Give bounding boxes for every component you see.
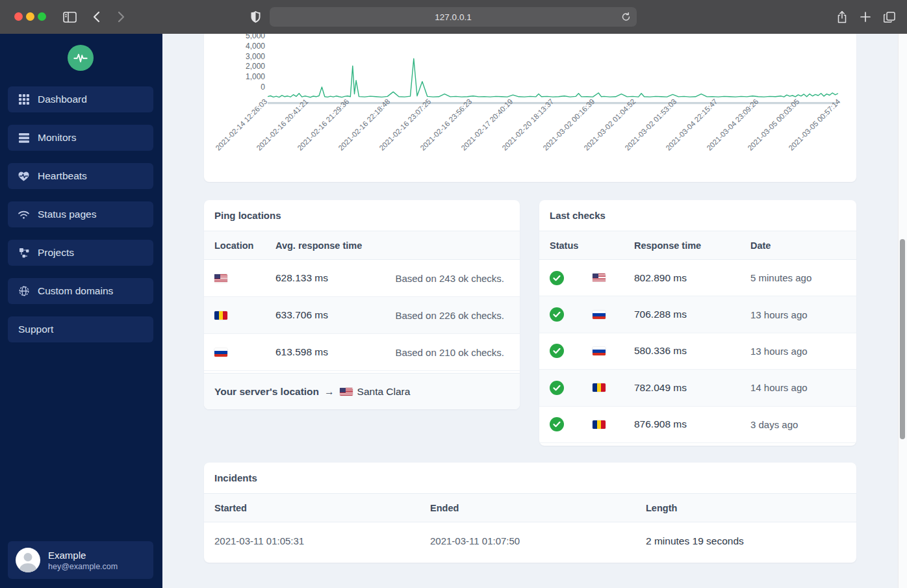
ru-flag-icon bbox=[593, 311, 606, 319]
url-text: 127.0.0.1 bbox=[435, 12, 471, 22]
sidebar-toggle-icon[interactable] bbox=[60, 8, 79, 26]
checks-note: Based on 210 ok checks. bbox=[395, 334, 504, 370]
y-tick-label: 5,000 bbox=[217, 34, 265, 40]
sidebar-item-status-pages[interactable]: Status pages bbox=[8, 201, 153, 227]
sidebar-item-support[interactable]: Support bbox=[8, 316, 153, 342]
status-ok-icon bbox=[550, 307, 564, 322]
y-tick-label: 4,000 bbox=[217, 42, 265, 51]
ping-locations-header-row: Location Avg. response time bbox=[204, 231, 520, 260]
column-ended: Ended bbox=[430, 494, 459, 522]
incident-started: 2021-03-11 01:05:31 bbox=[214, 522, 304, 559]
last-checks-header-row: Status Response time Date bbox=[539, 231, 856, 260]
response-time-value: 782.049 ms bbox=[634, 370, 687, 405]
main-content: 5,0004,0003,0002,0001,0000 2021-02-14 12… bbox=[162, 34, 907, 588]
incident-ended: 2021-03-11 01:07:50 bbox=[430, 522, 520, 559]
table-row: 782.049 ms14 hours ago bbox=[539, 370, 856, 406]
check-date: 13 hours ago bbox=[750, 296, 808, 332]
table-row: 706.288 ms13 hours ago bbox=[539, 296, 856, 333]
sidebar-nav: Dashboard Monitors Heartbeats Status pag… bbox=[8, 86, 153, 355]
table-row: 633.706 ms Based on 226 ok checks. bbox=[204, 297, 520, 334]
sidebar-item-label: Support bbox=[18, 324, 53, 335]
sidebar-item-label: Heartbeats bbox=[38, 170, 87, 182]
response-time-value: 706.288 ms bbox=[634, 296, 687, 332]
table-row: 2021-03-11 01:05:31 2021-03-11 01:07:50 … bbox=[204, 522, 856, 559]
column-location: Location bbox=[214, 231, 253, 260]
status-ok-icon bbox=[550, 271, 564, 285]
scrollbar-track bbox=[898, 34, 907, 588]
scrollbar-thumb[interactable] bbox=[900, 239, 905, 439]
rows-icon bbox=[18, 133, 29, 144]
globe-icon bbox=[18, 286, 29, 297]
us-flag-icon bbox=[214, 274, 227, 283]
browser-toolbar: 127.0.0.1 bbox=[0, 0, 907, 34]
avg-response-value: 613.598 ms bbox=[275, 334, 328, 370]
server-location-label: Your server's location bbox=[214, 386, 319, 398]
checks-note: Based on 243 ok checks. bbox=[395, 260, 504, 296]
new-tab-icon[interactable] bbox=[856, 8, 875, 26]
column-response-time: Response time bbox=[634, 231, 701, 260]
zoom-window-button[interactable] bbox=[38, 12, 46, 21]
incidents-header-row: Started Ended Length bbox=[204, 494, 856, 522]
check-date: 3 days ago bbox=[750, 407, 798, 442]
table-row: 802.890 ms5 minutes ago bbox=[539, 260, 856, 296]
sidebar: Dashboard Monitors Heartbeats Status pag… bbox=[0, 34, 162, 588]
response-time-value: 802.890 ms bbox=[634, 260, 687, 296]
table-row: 580.336 ms13 hours ago bbox=[539, 333, 856, 370]
privacy-shield-icon[interactable] bbox=[246, 8, 264, 26]
back-button[interactable] bbox=[87, 8, 105, 26]
y-tick-label: 0 bbox=[217, 83, 265, 92]
us-flag-icon bbox=[593, 274, 606, 282]
minimize-window-button[interactable] bbox=[26, 12, 34, 21]
table-row: 613.598 ms Based on 210 ok checks. bbox=[204, 334, 520, 371]
table-row: 628.133 ms Based on 243 ok checks. bbox=[204, 260, 520, 297]
wifi-icon bbox=[18, 209, 29, 220]
status-ok-icon bbox=[550, 344, 564, 358]
incidents-title: Incidents bbox=[204, 463, 856, 494]
us-flag-icon bbox=[340, 388, 353, 396]
checks-note: Based on 226 ok checks. bbox=[395, 297, 504, 333]
sitemap-icon bbox=[18, 248, 29, 259]
ro-flag-icon bbox=[593, 383, 606, 392]
user-profile-card[interactable]: Example hey@example.com bbox=[8, 541, 153, 579]
sidebar-item-custom-domains[interactable]: Custom domains bbox=[8, 278, 153, 304]
status-ok-icon bbox=[550, 381, 564, 395]
sidebar-item-label: Custom domains bbox=[38, 285, 113, 297]
incident-length: 2 minutes 19 seconds bbox=[646, 522, 744, 559]
user-name: Example bbox=[48, 550, 118, 561]
close-window-button[interactable] bbox=[14, 12, 23, 21]
avatar bbox=[16, 548, 40, 572]
ping-locations-card: Ping locations Location Avg. response ti… bbox=[204, 200, 520, 409]
reload-icon[interactable] bbox=[619, 10, 632, 23]
sidebar-item-heartbeats[interactable]: Heartbeats bbox=[8, 163, 153, 189]
sidebar-item-label: Monitors bbox=[38, 132, 76, 144]
server-city: Santa Clara bbox=[357, 386, 411, 398]
y-tick-label: 1,000 bbox=[217, 72, 265, 81]
sidebar-item-projects[interactable]: Projects bbox=[8, 240, 153, 266]
table-row: 876.908 ms3 days ago bbox=[539, 407, 856, 443]
ru-flag-icon bbox=[593, 347, 606, 355]
app-logo-pulse-icon[interactable] bbox=[68, 45, 94, 71]
response-time-value: 580.336 ms bbox=[634, 333, 687, 369]
last-checks-card: Last checks Status Response time Date 80… bbox=[539, 200, 856, 446]
status-ok-icon bbox=[550, 417, 564, 431]
sidebar-item-monitors[interactable]: Monitors bbox=[8, 125, 153, 151]
last-checks-title: Last checks bbox=[539, 200, 856, 231]
y-tick-label: 3,000 bbox=[217, 52, 265, 61]
tab-overview-icon[interactable] bbox=[880, 8, 899, 26]
column-length: Length bbox=[646, 494, 677, 522]
response-time-value: 876.908 ms bbox=[634, 407, 687, 442]
check-date: 13 hours ago bbox=[750, 333, 808, 369]
forward-button[interactable] bbox=[112, 8, 130, 26]
response-time-chart-card: 5,0004,0003,0002,0001,0000 2021-02-14 12… bbox=[204, 34, 856, 182]
column-status: Status bbox=[550, 231, 578, 260]
sidebar-item-dashboard[interactable]: Dashboard bbox=[8, 86, 153, 112]
share-icon[interactable] bbox=[833, 8, 851, 26]
ro-flag-icon bbox=[214, 311, 227, 320]
sidebar-item-label: Status pages bbox=[38, 209, 96, 220]
sidebar-item-label: Projects bbox=[38, 247, 74, 259]
address-bar[interactable]: 127.0.0.1 bbox=[270, 7, 637, 27]
heart-pulse-icon bbox=[18, 171, 29, 182]
check-date: 5 minutes ago bbox=[750, 260, 811, 296]
response-time-chart bbox=[268, 34, 838, 109]
check-date: 14 hours ago bbox=[750, 370, 808, 405]
